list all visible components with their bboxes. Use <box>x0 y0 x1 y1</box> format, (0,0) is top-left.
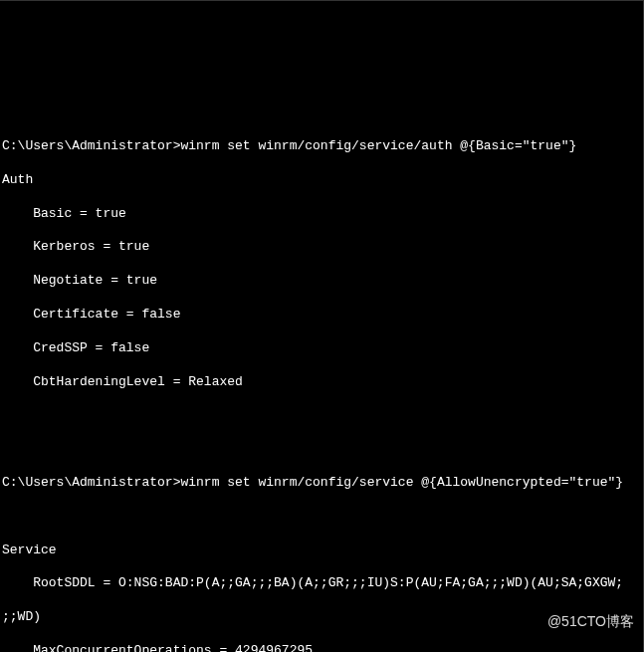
prompt: C:\Users\Administrator> <box>2 138 180 153</box>
output-auth-negotiate: Negotiate = true <box>2 273 642 290</box>
command-text: winrm set winrm/config/service @{AllowUn… <box>180 475 623 490</box>
output-auth-certificate: Certificate = false <box>2 307 642 324</box>
watermark-text: @51CTO博客 <box>547 612 634 630</box>
prompt: C:\Users\Administrator> <box>2 475 180 490</box>
output-auth-credssp: CredSSP = false <box>2 340 642 357</box>
blank-line <box>2 441 642 458</box>
blank-line <box>2 509 642 526</box>
output-auth-cbt: CbtHardeningLevel = Relaxed <box>2 374 642 391</box>
command-text: winrm set winrm/config/service/auth @{Ba… <box>180 138 576 153</box>
output-header-service: Service <box>2 543 642 559</box>
output-header-auth: Auth <box>2 172 642 189</box>
command-line-1: C:\Users\Administrator>winrm set winrm/c… <box>2 138 642 155</box>
output-auth-kerberos: Kerberos = true <box>2 239 642 256</box>
command-line-2: C:\Users\Administrator>winrm set winrm/c… <box>2 475 642 492</box>
output-auth-basic: Basic = true <box>2 206 642 223</box>
output-service-rootsddl-2: ;;WD) <box>2 609 642 626</box>
output-service-rootsddl-1: RootSDDL = O:NSG:BAD:P(A;;GA;;;BA)(A;;GR… <box>2 575 642 592</box>
output-service-maxconcops: MaxConcurrentOperations = 4294967295 <box>2 643 642 652</box>
terminal-output: C:\Users\Administrator>winrm set winrm/c… <box>2 121 642 652</box>
blank-line <box>2 407 642 424</box>
